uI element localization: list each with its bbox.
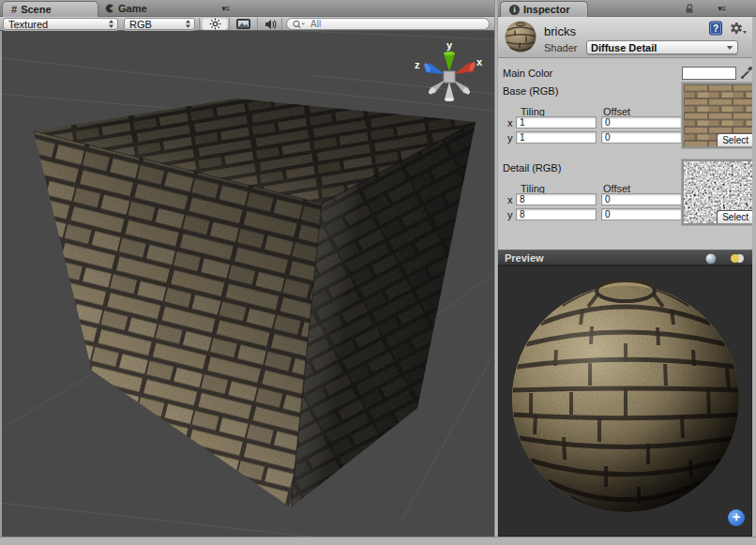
search-input[interactable] <box>309 18 481 30</box>
grid-icon: # <box>11 4 17 15</box>
scene-overlay-toggle[interactable] <box>231 18 256 30</box>
scene-3d-render: y x z <box>0 31 494 537</box>
detail-section-title: Detail (RGB) <box>503 162 561 174</box>
window-bottom-edge <box>0 537 756 545</box>
preview-lighting-button[interactable] <box>726 252 748 265</box>
lock-icon[interactable] <box>684 3 695 14</box>
chevron-down-icon <box>726 45 733 51</box>
tab-scene[interactable]: # Scene <box>2 1 98 17</box>
main-color-label: Main Color <box>503 68 552 79</box>
scene-toolbar: Textured RGB <box>0 17 494 31</box>
gizmo-y-label: y <box>446 39 453 51</box>
gizmo-z-axis[interactable] <box>423 62 445 74</box>
gizmo-x-axis[interactable] <box>454 61 476 74</box>
gizmo-z-label: z <box>415 59 420 70</box>
scene-tabbar: # Scene Game ▾≡ <box>0 0 494 17</box>
material-name: bricks <box>544 24 576 38</box>
preview-sphere-button[interactable] <box>700 252 722 265</box>
game-icon <box>105 4 114 13</box>
base-tiling-y-field[interactable] <box>516 131 597 144</box>
sun-icon <box>209 18 221 30</box>
material-thumbnail-sphere[interactable] <box>504 20 537 53</box>
shader-dropdown[interactable]: Diffuse Detail <box>586 40 738 54</box>
gizmo-center-cube[interactable] <box>444 71 455 83</box>
shader-value: Diffuse Detail <box>591 42 726 53</box>
tab-game[interactable]: Game <box>105 0 147 17</box>
image-icon <box>236 19 250 29</box>
detail-offset-x-field[interactable] <box>601 193 682 205</box>
unity-editor-window: # Scene Game ▾≡ Textured RGB <box>0 0 756 545</box>
tab-game-label: Game <box>118 3 147 14</box>
tab-inspector[interactable]: i Inspector <box>500 1 588 17</box>
base-tiling-x-field[interactable] <box>516 116 597 129</box>
sphere-preview-icon <box>705 253 717 265</box>
gear-menu-arrow-icon <box>743 31 747 34</box>
plus-icon: + <box>733 509 740 524</box>
base-offset-y-field[interactable] <box>601 131 682 144</box>
preview-sphere-render <box>498 265 752 537</box>
main-color-swatch[interactable] <box>682 67 736 80</box>
detail-y-label: y <box>507 209 513 220</box>
stepper-arrows-icon <box>107 19 115 29</box>
detail-offset-y-field[interactable] <box>601 208 682 220</box>
scene-search-field[interactable] <box>286 18 490 30</box>
info-icon: i <box>509 5 520 15</box>
render-mode-dropdown[interactable]: Textured <box>3 18 118 30</box>
gizmo-x-label: x <box>476 56 483 68</box>
render-channel-dropdown[interactable]: RGB <box>124 18 195 30</box>
preview-header[interactable]: Preview <box>498 250 752 265</box>
base-offset-x-field[interactable] <box>601 116 682 129</box>
help-icon[interactable]: ? <box>708 21 723 36</box>
render-mode-value: Textured <box>8 19 107 30</box>
stepper-arrows-icon <box>184 19 192 29</box>
material-header: bricks Shader Diffuse Detail ? <box>498 17 756 58</box>
scene-tab-menu-icon[interactable]: ▾≡ <box>221 4 229 13</box>
window-left-edge <box>0 31 2 537</box>
scene-audio-toggle[interactable] <box>259 18 281 30</box>
inspector-tab-menu-icon[interactable]: ▾≡ <box>718 4 725 13</box>
svg-text:?: ? <box>713 23 718 34</box>
inspector-tabbar: i Inspector ▾≡ <box>498 0 756 17</box>
detail-texture-thumbnail[interactable]: Select <box>682 159 755 225</box>
gizmo-y-axis[interactable] <box>444 52 455 71</box>
material-properties: Main Color Base (RGB) Tiling Offset x y <box>498 58 752 250</box>
tab-scene-label: Scene <box>21 4 51 15</box>
window-right-edge <box>752 17 756 537</box>
lighting-toggle-icon <box>730 253 745 264</box>
base-section-title: Base (RGB) <box>503 85 558 97</box>
search-icon <box>293 20 306 29</box>
base-x-label: x <box>507 117 513 129</box>
preview-viewport[interactable]: + <box>498 265 752 537</box>
base-y-label: y <box>507 132 513 144</box>
brick-cube[interactable] <box>34 98 476 507</box>
base-texture-thumbnail[interactable]: Select <box>682 83 755 148</box>
preview-title: Preview <box>505 252 544 264</box>
base-select-button[interactable]: Select <box>717 133 753 146</box>
shader-label: Shader <box>544 42 577 53</box>
render-channel-value: RGB <box>129 19 184 30</box>
scene-lighting-toggle[interactable] <box>202 18 228 30</box>
audio-icon <box>265 19 277 30</box>
tab-inspector-label: Inspector <box>523 4 570 15</box>
scene-viewport[interactable]: y x z <box>0 31 494 537</box>
preview-add-button[interactable]: + <box>728 509 745 526</box>
gear-icon[interactable] <box>729 21 748 36</box>
detail-tiling-x-field[interactable] <box>516 193 597 205</box>
detail-x-label: x <box>507 194 513 205</box>
detail-select-button[interactable]: Select <box>717 210 753 223</box>
detail-tiling-y-field[interactable] <box>516 208 597 220</box>
